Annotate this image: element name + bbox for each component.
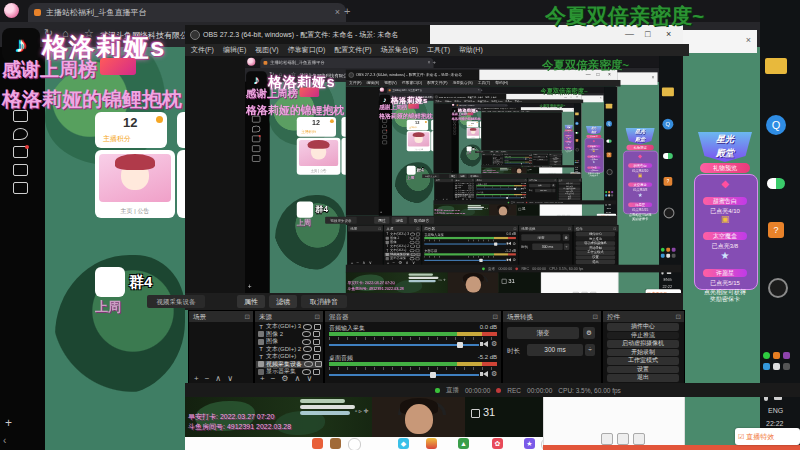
collapse-arrow-icon[interactable]: ‹ xyxy=(3,435,6,446)
starlight-item-3[interactable]: ★ 许愿星 已点亮5/15 xyxy=(623,192,657,212)
plugin-center-button[interactable]: 插件中心 xyxy=(607,323,679,331)
visibility-eye-icon[interactable] xyxy=(410,240,415,243)
shop-bag-icon[interactable] xyxy=(13,146,28,158)
popup-close-icon[interactable]: × xyxy=(600,97,602,100)
points-card[interactable]: 12 主播积分 xyxy=(95,112,167,148)
transitions-dock-header[interactable]: 场景转换⊡ xyxy=(528,179,557,182)
qq-group-card[interactable]: 群4 xyxy=(95,265,165,299)
browser-app-icon[interactable]: Q xyxy=(575,122,578,125)
scenes-dock-header[interactable]: 场景⊡ xyxy=(348,225,383,231)
camera-icon[interactable] xyxy=(382,135,386,139)
taskbar-time[interactable]: 22:22 xyxy=(766,420,784,427)
channel-gear-icon[interactable]: ⚙ xyxy=(491,340,497,348)
profile-avatar[interactable] xyxy=(380,87,384,91)
volume-slider-handle[interactable] xyxy=(506,197,508,199)
starlight-item-1[interactable]: ◆ 甜蜜告白 已点亮4/10 xyxy=(585,139,603,150)
visibility-eye-icon[interactable] xyxy=(302,331,311,337)
starlight-item-1[interactable]: ◆ 甜蜜告白 已点亮4/10 xyxy=(694,178,756,215)
panel-button-3[interactable] xyxy=(590,292,597,293)
menu-edit[interactable]: 编辑(E) xyxy=(367,81,380,86)
shop-bag-icon[interactable] xyxy=(382,130,386,134)
tray-icon-blue[interactable] xyxy=(763,363,770,370)
settings-button[interactable]: 设置 xyxy=(576,255,615,259)
avatar-card-tabs[interactable]: 主页 | 公告 xyxy=(297,169,341,174)
live-effects-chip[interactable]: ☑ 直播特效 xyxy=(597,214,616,216)
duration-spin-arrows[interactable]: ÷ xyxy=(585,344,595,356)
capsule-app-icon[interactable] xyxy=(575,132,578,134)
studio-mode-button[interactable]: 工作室模式 xyxy=(576,251,615,255)
source-properties-gear-icon[interactable]: ⚙ xyxy=(281,374,288,383)
lock-icon[interactable] xyxy=(416,232,420,235)
live-effects-chip[interactable]: ☑ 直播特效 xyxy=(570,172,581,173)
taskbar-language[interactable]: ENG xyxy=(768,407,783,414)
starlight-item-1[interactable]: ◆ 甜蜜告白 已点亮4/10 xyxy=(623,153,657,173)
tray-icon-purple[interactable] xyxy=(672,248,676,252)
folder-icon[interactable] xyxy=(575,113,579,116)
live-effects-chip[interactable]: ☑ 直播特效 xyxy=(735,428,800,445)
mixer-dock-header[interactable]: 混音器⊡ xyxy=(475,179,527,182)
browser-tab[interactable]: 主播站松福利_斗鱼直播平台 × xyxy=(387,87,481,93)
scenes-dock-header[interactable]: 场景⊡ xyxy=(482,153,492,155)
new-tab-button[interactable]: + xyxy=(432,59,436,66)
speaker-icon[interactable] xyxy=(522,188,523,190)
speaker-icon[interactable] xyxy=(483,341,488,347)
virtual-camera-button[interactable]: 启动虚拟摄像机 xyxy=(576,241,615,245)
starlight-item-3[interactable]: ★ 许愿星 已点亮5/15 xyxy=(585,161,603,172)
new-tab-button[interactable]: + xyxy=(507,104,508,106)
obs-app-icon[interactable] xyxy=(607,169,613,175)
folder-icon[interactable] xyxy=(765,58,787,74)
mixer-dock-header[interactable]: 混音器⊡ xyxy=(422,225,518,231)
transition-gear-button[interactable]: ⚙ xyxy=(583,327,595,339)
visibility-eye-icon[interactable] xyxy=(302,339,311,345)
speaker-icon[interactable] xyxy=(508,242,511,245)
visibility-eye-icon[interactable] xyxy=(304,361,313,367)
pin-icon[interactable]: ⊡ xyxy=(513,225,516,231)
browser-app-icon[interactable]: Q xyxy=(606,121,612,127)
flower-badge-icon[interactable]: ✿ xyxy=(492,438,503,449)
taskbar-language[interactable]: ENG xyxy=(576,169,578,170)
help-app-icon[interactable]: ? xyxy=(768,222,784,238)
speaker-icon[interactable] xyxy=(522,197,523,199)
add-source-icon[interactable]: + xyxy=(260,374,265,383)
duration-spin-arrows[interactable]: ÷ xyxy=(552,189,555,193)
points-card[interactable]: 12 主播积分 xyxy=(467,121,479,127)
lock-icon[interactable] xyxy=(416,236,420,239)
pin-icon[interactable]: ⊡ xyxy=(568,225,571,231)
tray-icon-white[interactable] xyxy=(608,194,610,196)
starlight-item-2[interactable]: ▣ 太空魔盒 已点亮3/8 xyxy=(694,214,756,250)
scene-down-icon[interactable]: ∨ xyxy=(227,374,233,383)
notebook-icon[interactable] xyxy=(382,141,386,145)
tab-home-label[interactable]: 主页 xyxy=(471,137,473,138)
start-recording-button[interactable]: 开始录制 xyxy=(607,349,679,357)
taskbar-language[interactable]: ENG xyxy=(664,278,672,282)
avatar-card-tabs[interactable]: 主页 | 公告 xyxy=(407,148,431,151)
shop-bag-icon[interactable] xyxy=(453,127,455,129)
medal-badge-icon[interactable] xyxy=(426,438,437,449)
tab-close-icon[interactable]: × xyxy=(335,3,340,22)
lock-icon[interactable] xyxy=(314,324,321,330)
source-down-icon[interactable]: ∨ xyxy=(306,374,312,383)
starlight-item-2[interactable]: ▣ 太空魔盒 已点亮3/8 xyxy=(585,150,603,161)
speaker-icon[interactable] xyxy=(483,371,488,377)
lock-icon[interactable] xyxy=(313,331,320,337)
menu-profile[interactable]: 配置文件(P) xyxy=(427,81,447,86)
help-app-icon[interactable]: ? xyxy=(576,139,579,142)
duration-spinbox[interactable]: 300 ms xyxy=(537,159,546,161)
tray-icon-purple[interactable] xyxy=(611,191,613,193)
new-tab-button[interactable]: + xyxy=(481,88,483,92)
capsule-app-icon[interactable] xyxy=(606,139,611,142)
new-tab-button[interactable]: + xyxy=(344,5,350,17)
points-card[interactable]: 12 主播积分 xyxy=(297,117,336,137)
streamer-avatar-card[interactable]: 主页 | 公告 xyxy=(407,131,431,151)
capsule-app-icon[interactable] xyxy=(767,178,785,189)
source-row[interactable]: 图像 xyxy=(256,338,322,345)
exit-button[interactable]: 退出 xyxy=(576,260,615,264)
transition-select[interactable]: 渐变 xyxy=(521,234,560,241)
browser-tab[interactable]: 主播站松福利_斗鱼直播平台 × xyxy=(28,3,346,22)
virtual-camera-button[interactable]: 启动虚拟摄像机 xyxy=(607,340,679,348)
camera-icon[interactable] xyxy=(13,164,28,176)
source-row-selected[interactable]: 视频采集设备 xyxy=(256,361,322,368)
properties-button[interactable]: 属性 xyxy=(490,151,495,153)
starlight-item-3[interactable]: ★ 许愿星 已点亮5/15 xyxy=(564,144,574,150)
pin-icon[interactable]: ⊡ xyxy=(555,179,557,182)
